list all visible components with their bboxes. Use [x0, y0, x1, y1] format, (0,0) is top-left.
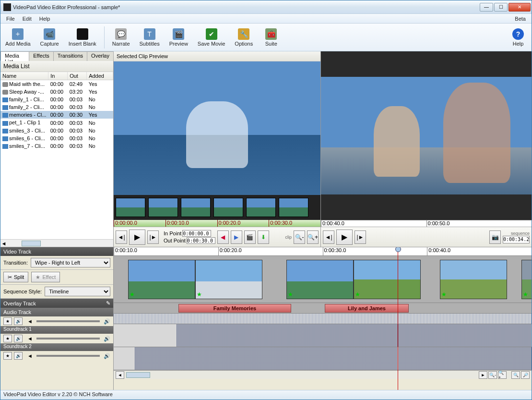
timeline-bottom-bar: ◄ ► 🔍- 🔍+ 🔍 🔎 [114, 370, 532, 379]
scroll-left-button[interactable]: ◄ [116, 371, 124, 379]
media-table[interactable]: Name In Out Added Maid with the...00:000… [0, 72, 113, 239]
audio-track-lane[interactable] [114, 314, 532, 324]
prev-frame-button[interactable]: ◄| [116, 230, 127, 244]
insert-blank-button[interactable]: Insert Blank [67, 27, 98, 48]
transition-label: Transition: [3, 260, 28, 266]
col-in[interactable]: In [48, 72, 68, 80]
set-out-button[interactable]: ▶ [231, 230, 242, 244]
preview-button[interactable]: 🎬Preview [167, 27, 190, 48]
clip-ruler[interactable]: 0:00:00.00:00:10.00:00:20.00:00:30.0 [114, 220, 320, 227]
filmstrip-thumb[interactable] [213, 198, 243, 217]
split-button[interactable]: ✂ Split [3, 272, 28, 282]
tab-overlay[interactable]: Overlay [87, 51, 114, 61]
add-media-button[interactable]: ＋Add Media [3, 27, 33, 48]
video-clip[interactable]: ★ [440, 260, 507, 299]
suite-button[interactable]: 🧰Suite [260, 27, 282, 48]
table-row[interactable]: family_1 - Cli...00:0000:03No [0, 96, 113, 103]
snapshot-button[interactable]: 📷 [489, 230, 501, 244]
timeline-scrollbar[interactable] [126, 372, 150, 378]
speaker-icon[interactable]: 🔊 [14, 352, 23, 360]
close-button[interactable]: ✕ [508, 3, 531, 12]
filmstrip-thumb[interactable] [116, 198, 145, 217]
options-button[interactable]: 🔧Options [233, 27, 255, 48]
volume-slider[interactable] [36, 355, 100, 357]
save-movie-button[interactable]: ✔Save Movie [196, 27, 227, 48]
filmstrip-thumb[interactable] [279, 198, 308, 217]
zoom-out-button[interactable]: 🔍- [488, 371, 497, 379]
zoom-selection-button[interactable]: 🔎 [521, 371, 530, 379]
effect-button[interactable]: ★ Effect [31, 272, 60, 282]
sequence-style-select[interactable]: Timeline [45, 287, 110, 296]
soundtrack2-controls: ★🔊 ◄🔊 [0, 351, 113, 361]
tab-transitions[interactable]: Transitions [53, 51, 87, 61]
help-button[interactable]: ?Help [508, 27, 529, 48]
media-scrollbar[interactable]: ◄ [0, 239, 113, 247]
zoom-fit-button[interactable]: 🔍 [511, 371, 520, 379]
timeline-ruler[interactable]: 0:00:10.00:00:20.00:00:30.00:00:40.0 [114, 247, 532, 256]
video-clip[interactable]: ★ [521, 260, 532, 299]
add-clip-button[interactable]: ⬇ [258, 230, 269, 244]
set-in-button[interactable]: ◀ [217, 230, 229, 244]
clip-filmstrip[interactable] [114, 195, 320, 220]
col-added[interactable]: Added [87, 72, 113, 80]
tab-effects[interactable]: Effects [29, 51, 53, 61]
edit-icon[interactable]: ✎ [106, 300, 110, 306]
sequence-time[interactable] [503, 236, 530, 243]
zoom-out-button[interactable]: 🔍- [294, 230, 305, 244]
soundtrack1-lane[interactable] [114, 324, 532, 347]
filmstrip-thumb[interactable] [181, 198, 211, 217]
out-point-input[interactable] [187, 237, 215, 244]
in-point-input[interactable] [182, 230, 211, 237]
filmstrip-thumb[interactable] [148, 198, 178, 217]
seq-prev-button[interactable]: ◄| [323, 230, 334, 244]
table-row[interactable]: Maid with the...00:0002:49Yes [0, 80, 113, 88]
video-clip[interactable]: ★ [354, 260, 421, 299]
video-clip[interactable]: ★ [286, 260, 354, 299]
subtitles-button[interactable]: TSubtitles [138, 27, 162, 48]
menu-file[interactable]: File [2, 15, 19, 23]
col-name[interactable]: Name [0, 72, 48, 80]
zoom-in-button[interactable]: 🔍+ [498, 371, 507, 379]
filmstrip-thumb[interactable] [246, 198, 276, 217]
sequence-ruler[interactable]: 0:00:40.00:00:50.0 [321, 220, 532, 227]
table-row[interactable]: smiles_6 - Cli...00:0000:03No [0, 134, 113, 142]
table-row[interactable]: smiles_7 - Cli...00:0000:03No [0, 142, 113, 150]
maximize-button[interactable]: ☐ [494, 3, 508, 12]
table-row[interactable]: Sleep Away -...00:0003:20Yes [0, 88, 113, 96]
seq-next-button[interactable]: |► [355, 230, 366, 244]
soundtrack2-lane[interactable] [114, 347, 532, 370]
overlay-clip[interactable]: Family Memories [178, 304, 291, 313]
playhead-handle[interactable] [398, 247, 398, 390]
video-track[interactable]: ★ ★ ★ ★ ★ ★ [114, 256, 532, 303]
table-row[interactable]: memories - Cl...00:0000:30Yes [0, 111, 113, 119]
speaker-icon[interactable]: 🔊 [14, 317, 23, 325]
capture-button[interactable]: 📹Capture [38, 27, 61, 48]
clip-preview-title: Selected Clip Preview [114, 51, 320, 61]
table-row[interactable]: smiles_3 - Cli...00:0000:03No [0, 127, 113, 134]
narrate-button[interactable]: 💬Narrate [110, 27, 132, 48]
menu-help[interactable]: Help [35, 15, 54, 23]
star-icon[interactable]: ★ [3, 335, 12, 342]
scroll-right-button[interactable]: ► [479, 371, 487, 379]
overlay-clip[interactable]: Lily and James [325, 304, 409, 313]
speaker-icon[interactable]: 🔊 [14, 335, 23, 342]
video-clip[interactable]: ★ [128, 260, 195, 299]
tab-media-list[interactable]: Media List [0, 51, 29, 61]
transition-select[interactable]: Wipe - Right to Left [31, 258, 110, 267]
col-out[interactable]: Out [68, 72, 87, 80]
zoom-in-button[interactable]: 🔍+ [307, 230, 319, 244]
video-clip[interactable]: ★ [195, 260, 262, 299]
table-row[interactable]: pet_1 - Clip 100:0000:03No [0, 119, 113, 126]
next-frame-button[interactable]: |► [147, 230, 159, 244]
menu-edit[interactable]: Edit [19, 15, 35, 23]
star-icon[interactable]: ★ [3, 352, 12, 360]
star-icon[interactable]: ★ [3, 317, 12, 325]
volume-slider[interactable] [36, 320, 100, 322]
clip-props-button[interactable]: 🎬 [244, 230, 256, 244]
volume-slider[interactable] [36, 338, 100, 339]
table-row[interactable]: family_2 - Cli...00:0000:03No [0, 103, 113, 111]
play-button[interactable]: ▶ [129, 230, 145, 245]
seq-play-button[interactable]: ▶ [336, 230, 353, 245]
overlay-track[interactable]: Family Memories Lily and James [114, 303, 532, 314]
minimize-button[interactable]: — [480, 3, 493, 12]
